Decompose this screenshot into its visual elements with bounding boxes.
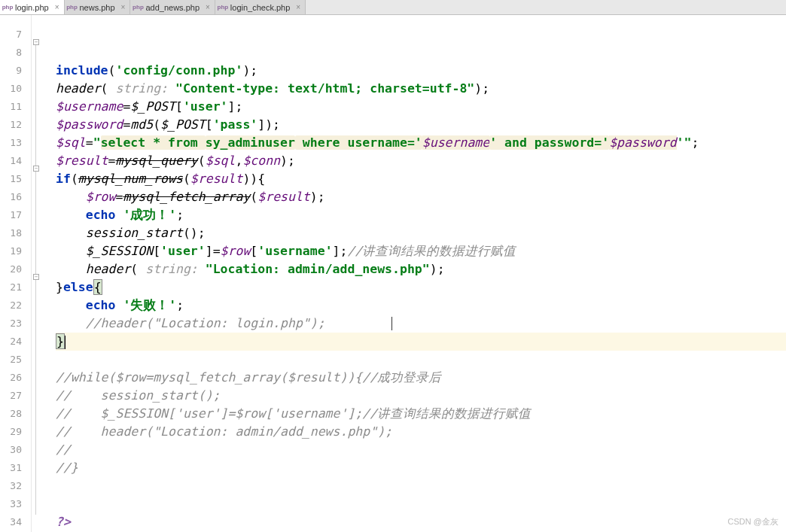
code-line[interactable]: if(mysql_num_rows($result)){ bbox=[56, 170, 786, 188]
code-line[interactable]: $_SESSION['user']=$row['username'];//讲查询… bbox=[56, 242, 786, 260]
line-number: 28 bbox=[0, 405, 22, 423]
line-number: 19 bbox=[0, 242, 22, 260]
line-number: 22 bbox=[0, 296, 22, 315]
line-number: 17 bbox=[0, 206, 22, 224]
code-line[interactable]: header( string: "Location: admin/add_new… bbox=[56, 260, 786, 278]
margin-strip bbox=[41, 15, 56, 532]
code-line[interactable] bbox=[56, 26, 786, 44]
code-line[interactable] bbox=[56, 351, 786, 369]
line-number: 25 bbox=[0, 351, 22, 369]
code-area[interactable]: include('config/conn.php');header( strin… bbox=[56, 15, 786, 532]
code-line[interactable]: session_start(); bbox=[56, 224, 786, 242]
tab-label: login.php bbox=[15, 3, 49, 12]
php-icon: php bbox=[68, 3, 77, 12]
code-line[interactable]: //} bbox=[56, 459, 786, 477]
line-number: 13 bbox=[0, 134, 22, 152]
tab-label: login_check.php bbox=[230, 3, 291, 12]
code-line[interactable]: $result=mysql_query($sql,$conn); bbox=[56, 152, 786, 170]
close-icon[interactable]: × bbox=[121, 3, 126, 11]
code-line[interactable]: echo '失败！'; bbox=[56, 296, 786, 315]
fold-marker[interactable]: − bbox=[33, 166, 39, 172]
line-number: 15 bbox=[0, 170, 22, 188]
close-icon[interactable]: × bbox=[296, 3, 300, 11]
line-number: 32 bbox=[0, 477, 22, 495]
line-number: 8 bbox=[0, 44, 22, 62]
line-number: 10 bbox=[0, 80, 22, 98]
code-line[interactable]: }else{ bbox=[56, 278, 786, 296]
line-number: 31 bbox=[0, 459, 22, 477]
line-number: 9 bbox=[0, 62, 22, 80]
line-number: 23 bbox=[0, 315, 22, 333]
code-line[interactable]: $username=$_POST['user']; bbox=[56, 98, 786, 116]
line-number: 20 bbox=[0, 260, 22, 278]
tab-label: add_news.php bbox=[145, 3, 200, 12]
line-number: 30 bbox=[0, 441, 22, 459]
tab-label: news.php bbox=[80, 3, 115, 12]
text-cursor bbox=[391, 317, 392, 330]
line-number: 29 bbox=[0, 423, 22, 441]
code-line[interactable]: $row=mysql_fetch_array($result); bbox=[56, 188, 786, 206]
line-number: 27 bbox=[0, 387, 22, 405]
fold-marker[interactable]: − bbox=[33, 274, 39, 280]
code-line[interactable]: $sql="select * from sy_adminuser where u… bbox=[56, 134, 786, 152]
line-number: 7 bbox=[0, 26, 22, 44]
fold-marker[interactable]: − bbox=[33, 39, 39, 45]
close-icon[interactable]: × bbox=[206, 3, 210, 11]
php-icon: php bbox=[218, 3, 227, 12]
tab-news-php[interactable]: php news.php × bbox=[65, 0, 131, 14]
code-line[interactable]: $password=md5($_POST['pass']); bbox=[56, 116, 786, 134]
line-number: 26 bbox=[0, 369, 22, 387]
close-icon[interactable]: × bbox=[55, 3, 59, 11]
code-line[interactable]: //header("Location: login.php"); bbox=[56, 315, 786, 333]
php-icon: php bbox=[133, 3, 142, 12]
line-number: 11 bbox=[0, 98, 22, 116]
line-number: 18 bbox=[0, 224, 22, 242]
tab-login-check-php[interactable]: php login_check.php × bbox=[215, 0, 306, 14]
code-line[interactable]: header( string: "Content-type: text/html… bbox=[56, 80, 786, 98]
code-line[interactable]: // session_start(); bbox=[56, 387, 786, 405]
code-line[interactable]: // $_SESSION['user']=$row['username'];//… bbox=[56, 405, 786, 423]
tab-login-php[interactable]: php login.php × bbox=[0, 0, 65, 14]
code-line[interactable] bbox=[56, 477, 786, 495]
code-line[interactable]: echo '成功！'; bbox=[56, 206, 786, 224]
tab-add-news-php[interactable]: php add_news.php × bbox=[130, 0, 215, 14]
code-line[interactable]: //while($row=mysql_fetch_array($result))… bbox=[56, 369, 786, 387]
line-number: 24 bbox=[0, 333, 22, 351]
line-number-gutter: 7891011121314151617181920212223242526272… bbox=[0, 15, 32, 532]
code-line[interactable]: } bbox=[56, 333, 786, 351]
code-line[interactable]: include('config/conn.php'); bbox=[56, 62, 786, 80]
code-line[interactable]: ?> bbox=[56, 513, 786, 531]
code-line[interactable]: // header("Location: admin/add_news.php"… bbox=[56, 423, 786, 441]
code-line[interactable] bbox=[56, 44, 786, 62]
line-number: 14 bbox=[0, 152, 22, 170]
php-icon: php bbox=[3, 3, 12, 12]
code-line[interactable]: // bbox=[56, 441, 786, 459]
line-number: 12 bbox=[0, 116, 22, 134]
tab-bar: php login.php × php news.php × php add_n… bbox=[0, 0, 786, 15]
watermark: CSDN @金灰 bbox=[728, 516, 778, 527]
fold-column: −−− bbox=[32, 15, 41, 532]
line-number: 34 bbox=[0, 513, 22, 531]
editor-area: 7891011121314151617181920212223242526272… bbox=[0, 15, 786, 532]
line-number: 21 bbox=[0, 278, 22, 296]
line-number: 16 bbox=[0, 188, 22, 206]
line-number: 33 bbox=[0, 495, 22, 513]
code-line[interactable] bbox=[56, 495, 786, 513]
